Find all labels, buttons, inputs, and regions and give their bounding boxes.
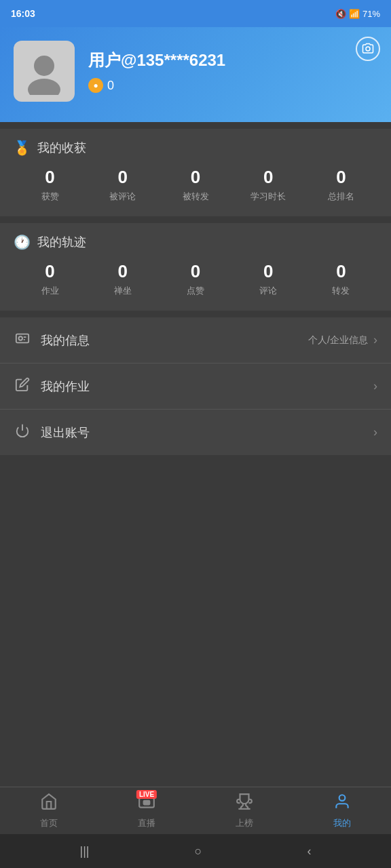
nav-live[interactable]: LIVE 直播 [98, 793, 196, 829]
profile-header: 用户@135****6231 ● 0 [0, 27, 391, 122]
my-homework-right: › [373, 379, 377, 393]
chevron-icon: › [373, 379, 377, 393]
stat-comments: 0 被评论 [86, 167, 159, 203]
wifi-icon: 📶 [349, 9, 360, 19]
my-info-label: 我的信息 [41, 332, 308, 349]
avatar [14, 41, 75, 102]
back-button[interactable]: ‹ [307, 844, 311, 859]
trophy-icon [236, 797, 253, 814]
my-gains-title: 🏅 我的收获 [14, 140, 377, 156]
camera-button[interactable] [356, 37, 380, 61]
pencil-icon [14, 377, 31, 395]
my-gains-section: 🏅 我的收获 0 获赞 0 被评论 0 被转发 0 学习时长 0 总排名 [0, 129, 391, 216]
status-time: 16:03 [11, 8, 35, 19]
track-thumbsup: 0 点赞 [159, 261, 231, 297]
nav-ranking-label: 上榜 [236, 817, 253, 829]
track-forward: 0 转发 [305, 261, 377, 297]
my-homework-label: 我的作业 [41, 378, 373, 395]
live-icon [138, 797, 155, 814]
nav-home[interactable]: 首页 [0, 793, 98, 829]
menu-item-logout[interactable]: 退出账号 › [0, 410, 391, 455]
menu-item-my-info[interactable]: 我的信息 个人/企业信息 › [0, 317, 391, 363]
track-review: 0 评论 [232, 261, 305, 297]
stat-ranking: 0 总排名 [305, 167, 377, 203]
chevron-icon: › [373, 333, 377, 347]
gesture-bar: ||| ○ ‹ [0, 834, 391, 868]
recent-apps-button[interactable]: ||| [80, 844, 90, 859]
logout-label: 退出账号 [41, 425, 373, 441]
stat-likes: 0 获赞 [14, 167, 86, 203]
nav-mine[interactable]: 我的 [293, 793, 391, 829]
svg-point-8 [339, 795, 346, 801]
gains-stats-row: 0 获赞 0 被评论 0 被转发 0 学习时长 0 总排名 [14, 167, 377, 203]
id-card-icon [14, 331, 31, 349]
coin-icon: ● [88, 78, 103, 93]
svg-rect-7 [144, 800, 150, 804]
profile-info: 用户@135****6231 ● 0 [88, 50, 377, 93]
svg-point-2 [366, 47, 370, 51]
stat-study-time: 0 学习时长 [232, 167, 305, 203]
svg-point-0 [34, 56, 54, 76]
my-info-right: 个人/企业信息 › [308, 333, 377, 347]
status-icons: 🔇 📶 71% [335, 9, 380, 19]
svg-point-1 [28, 79, 60, 95]
svg-point-4 [19, 336, 23, 340]
profile-username: 用户@135****6231 [88, 50, 377, 71]
gains-icon: 🏅 [14, 140, 31, 156]
menu-section: 我的信息 个人/企业信息 › 我的作业 › 退出账号 › [0, 317, 391, 455]
nav-home-label: 首页 [40, 817, 58, 829]
coins-value: 0 [107, 79, 114, 93]
nav-ranking[interactable]: 上榜 [196, 793, 293, 829]
track-homework: 0 作业 [14, 261, 86, 297]
live-badge: LIVE [136, 790, 157, 799]
track-meditation: 0 禅坐 [86, 261, 159, 297]
my-track-section: 🕐 我的轨迹 0 作业 0 禅坐 0 点赞 0 评论 0 转发 [0, 223, 391, 311]
mute-icon: 🔇 [335, 9, 346, 19]
home-button[interactable]: ○ [195, 844, 202, 859]
nav-mine-label: 我的 [333, 817, 351, 829]
home-icon [40, 797, 58, 814]
menu-item-my-homework[interactable]: 我的作业 › [0, 363, 391, 410]
status-bar: 16:03 🔇 📶 71% [0, 0, 391, 27]
nav-live-label: 直播 [138, 817, 155, 829]
my-track-title: 🕐 我的轨迹 [14, 234, 377, 250]
power-icon [14, 423, 31, 441]
coins-row: ● 0 [88, 78, 377, 93]
chevron-icon: › [373, 425, 377, 439]
track-icon: 🕐 [14, 234, 31, 250]
person-icon [333, 797, 351, 814]
logout-right: › [373, 425, 377, 439]
stat-reposts: 0 被转发 [159, 167, 231, 203]
track-stats-row: 0 作业 0 禅坐 0 点赞 0 评论 0 转发 [14, 261, 377, 297]
bottom-nav: 首页 LIVE 直播 [0, 787, 391, 834]
battery-text: 71% [362, 9, 380, 19]
